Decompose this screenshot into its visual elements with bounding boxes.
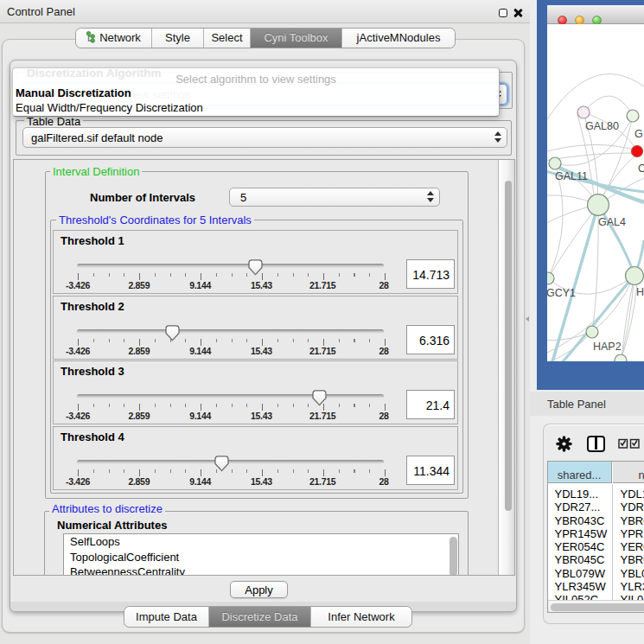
svg-text:GAL4: GAL4 xyxy=(598,216,626,228)
svg-text:H: H xyxy=(636,286,644,298)
svg-text:G: G xyxy=(634,128,643,140)
svg-text:GAL80: GAL80 xyxy=(585,120,619,132)
svg-text:HAP2: HAP2 xyxy=(593,341,622,353)
svg-text:C: C xyxy=(638,163,644,175)
svg-text:GAL11: GAL11 xyxy=(555,170,588,182)
svg-text:GCY1: GCY1 xyxy=(547,287,576,299)
